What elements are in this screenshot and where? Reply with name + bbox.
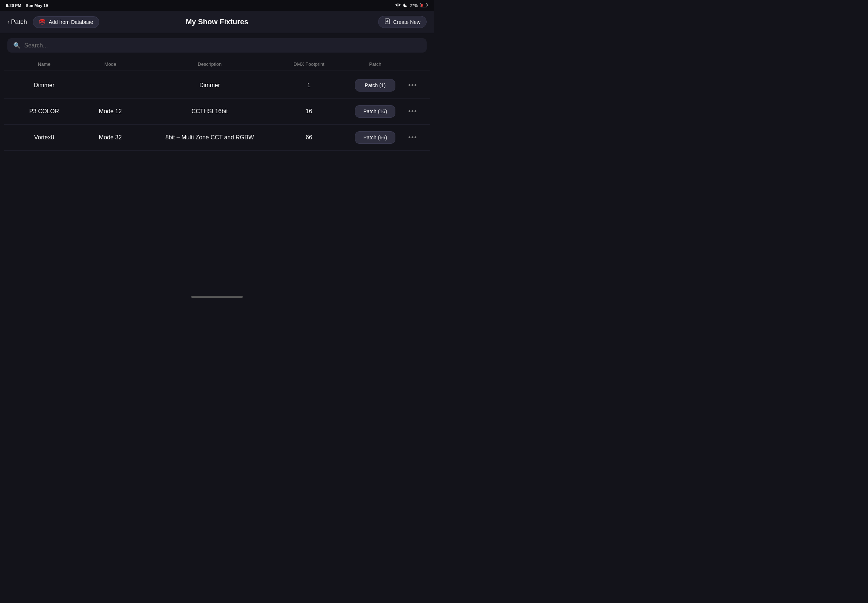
wifi-icon [395, 3, 401, 8]
fixture-patch-cell-0: Patch (1) [342, 79, 408, 91]
search-input[interactable] [24, 42, 421, 49]
table-row: Vortex8 Mode 32 8bit – Multi Zone CCT an… [4, 125, 430, 151]
chevron-left-icon: ‹ [7, 18, 9, 26]
back-label: Patch [11, 19, 27, 26]
status-date: Sun May 19 [26, 3, 48, 8]
fixture-name-0: Dimmer [11, 82, 77, 89]
fixture-name-1: P3 COLOR [11, 108, 77, 115]
search-icon: 🔍 [13, 42, 21, 49]
navigation-bar: ‹ Patch Add from Database My Show Fixtur… [0, 11, 434, 33]
fixture-description-0: Dimmer [144, 82, 276, 89]
fixture-dmx-2: 66 [276, 134, 342, 141]
add-from-database-button[interactable]: Add from Database [33, 16, 99, 28]
create-new-label: Create New [393, 19, 420, 25]
status-indicators: 27% [395, 3, 428, 8]
header-patch: Patch [342, 62, 408, 67]
status-time: 9:20 PM [6, 3, 21, 8]
header-description: Description [144, 62, 276, 67]
header-dmx-footprint: DMX Footprint [276, 62, 342, 67]
fixture-dmx-0: 1 [276, 82, 342, 89]
add-from-database-label: Add from Database [48, 19, 93, 25]
fixture-mode-1: Mode 12 [77, 108, 144, 115]
header-name: Name [11, 62, 77, 67]
fixture-description-2: 8bit – Multi Zone CCT and RGBW [144, 134, 276, 141]
back-button[interactable]: ‹ Patch [7, 18, 27, 26]
search-container: 🔍 [0, 33, 434, 58]
patch-button-0[interactable]: Patch (1) [355, 79, 395, 91]
page-title: My Show Fixtures [186, 18, 248, 26]
table-header: Name Mode Description DMX Footprint Patc… [4, 58, 430, 71]
patch-button-2[interactable]: Patch (66) [355, 131, 395, 144]
fixture-patch-cell-2: Patch (66) [342, 131, 408, 144]
header-more [408, 62, 423, 67]
fixture-mode-2: Mode 32 [77, 134, 144, 141]
header-mode: Mode [77, 62, 144, 67]
table-row: Dimmer Dimmer 1 Patch (1) ••• [4, 73, 430, 99]
search-bar: 🔍 [7, 38, 427, 53]
moon-icon [403, 3, 407, 8]
fixture-more-cell-2: ••• [408, 134, 423, 142]
fixture-patch-cell-1: Patch (16) [342, 105, 408, 118]
status-bar: 9:20 PM Sun May 19 27% [0, 0, 434, 11]
create-new-button[interactable]: Create New [378, 16, 427, 28]
more-options-button-2[interactable]: ••• [408, 134, 418, 142]
fixture-more-cell-1: ••• [408, 108, 423, 116]
fixture-dmx-1: 16 [276, 108, 342, 115]
more-options-button-1[interactable]: ••• [408, 108, 418, 116]
database-icon [39, 19, 46, 25]
table-row: P3 COLOR Mode 12 CCTHSI 16bit 16 Patch (… [4, 99, 430, 125]
fixture-more-cell-0: ••• [408, 82, 423, 89]
nav-left: ‹ Patch Add from Database [7, 16, 99, 28]
svg-rect-2 [427, 5, 428, 6]
fixture-description-1: CCTHSI 16bit [144, 108, 276, 115]
home-indicator [191, 296, 243, 298]
status-time-date: 9:20 PM Sun May 19 [6, 3, 48, 8]
more-options-button-0[interactable]: ••• [408, 82, 418, 89]
patch-button-1[interactable]: Patch (16) [355, 105, 395, 118]
battery-icon [420, 3, 428, 8]
fixtures-table: Name Mode Description DMX Footprint Patc… [0, 58, 434, 151]
battery-level: 27% [410, 3, 418, 8]
create-icon [384, 19, 390, 25]
fixture-name-2: Vortex8 [11, 134, 77, 141]
svg-rect-1 [421, 4, 422, 7]
